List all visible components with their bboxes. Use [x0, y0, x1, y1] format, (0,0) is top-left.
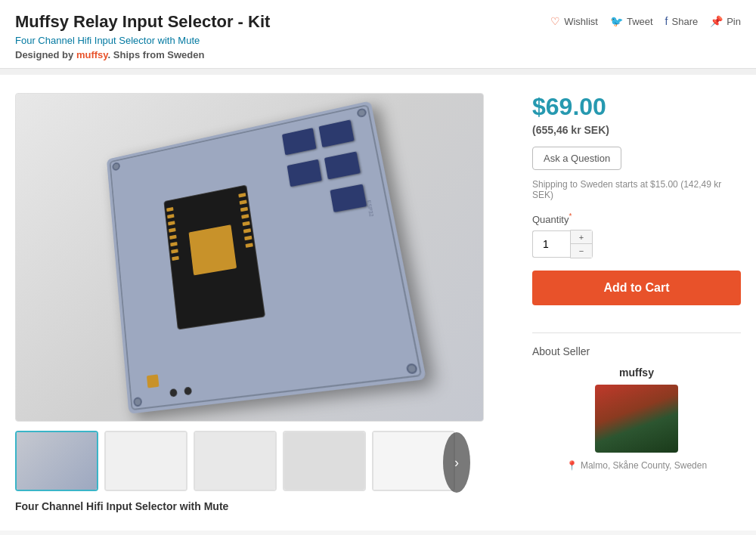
heart-icon: ♡ [550, 15, 560, 27]
thumbnail-1[interactable] [15, 431, 98, 491]
pcb-visualization: ESP32 [107, 101, 426, 414]
left-column: ESP32 [15, 93, 514, 512]
thumbnail-4[interactable] [283, 431, 366, 491]
ask-question-button[interactable]: Ask a Question [532, 147, 621, 170]
product-caption: Four Channel Hifi Input Selector with Mu… [15, 500, 514, 512]
pinterest-pin-button[interactable]: 📌 Pin [710, 15, 741, 27]
facebook-share-button[interactable]: f Share [665, 15, 699, 27]
price-sek: (655,46 kr SEK) [532, 124, 741, 136]
thumbnail-2[interactable] [104, 431, 187, 491]
header-bar: Muffsy Relay Input Selector - Kit Four C… [0, 0, 756, 69]
add-to-cart-button[interactable]: Add to Cart [532, 271, 741, 305]
quantity-decrement-button[interactable]: − [571, 244, 592, 258]
thumbnail-3[interactable] [194, 431, 277, 491]
quantity-input[interactable] [532, 230, 570, 258]
quantity-increment-button[interactable]: + [571, 230, 592, 244]
product-image-placeholder: ESP32 [16, 94, 483, 421]
about-seller-label: About Seller [532, 345, 741, 357]
designer-link[interactable]: muffsy [76, 49, 108, 60]
seller-location: 📍 Malmo, Skåne County, Sweden [532, 460, 741, 471]
main-content: ESP32 [0, 75, 756, 530]
tweet-button[interactable]: 🐦 Tweet [610, 15, 653, 27]
thumbnails-strip: › [15, 431, 484, 491]
seller-avatar[interactable] [595, 385, 678, 453]
twitter-icon: 🐦 [610, 15, 623, 27]
page-wrapper: Muffsy Relay Input Selector - Kit Four C… [0, 0, 756, 530]
right-column: $69.00 (655,46 kr SEK) Ask a Question Sh… [514, 93, 741, 512]
quantity-label: Quantity* [532, 212, 741, 225]
wishlist-button[interactable]: ♡ Wishlist [550, 15, 598, 27]
quantity-stepper: + − [570, 230, 593, 258]
location-icon: 📍 [566, 460, 578, 471]
product-title: Muffsy Relay Input Selector - Kit [15, 12, 270, 32]
facebook-icon: f [665, 15, 668, 27]
price-usd: $69.00 [532, 93, 741, 121]
quantity-control: + − [532, 230, 741, 258]
thumbnail-next-arrow[interactable]: › [443, 432, 470, 493]
social-actions: ♡ Wishlist 🐦 Tweet f Share 📌 Pin [550, 15, 741, 27]
designed-by: Designed by muffsy. Ships from Sweden [15, 49, 270, 60]
shipping-info: Shipping to Sweden starts at $15.00 (142… [532, 179, 741, 200]
main-product-image: ESP32 [15, 93, 484, 422]
pinterest-icon: 📌 [710, 15, 723, 27]
thumbnail-5[interactable]: › [372, 431, 455, 491]
esp32-chip [189, 224, 237, 275]
product-subtitle: Four Channel Hifi Input Selector with Mu… [15, 35, 270, 46]
section-divider [532, 332, 741, 333]
seller-name: muffsy [532, 366, 741, 379]
